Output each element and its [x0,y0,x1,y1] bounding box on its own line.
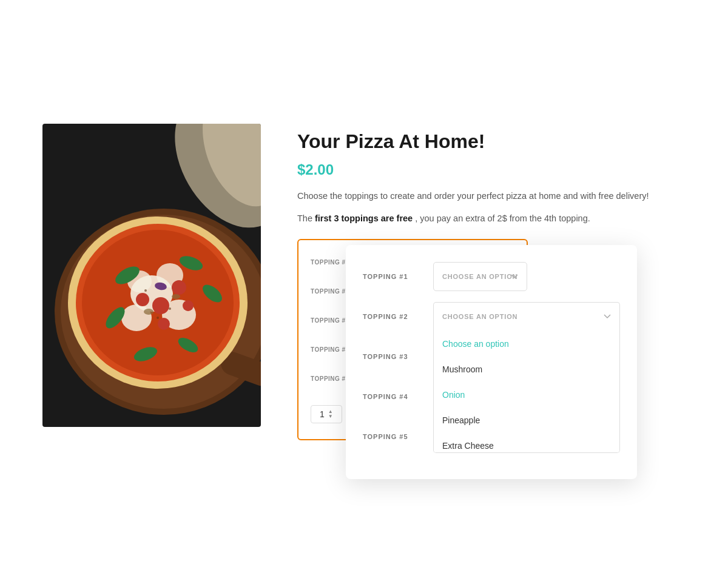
svg-point-20 [172,294,180,299]
note-plain: The [297,213,315,223]
product-layout: Your Pizza At Home! $2.00 Choose the top… [42,124,686,441]
product-price: $2.00 [297,161,686,178]
option-choose[interactable]: Choose an option [434,331,619,357]
qty-value-bg: 1 [320,409,325,419]
option-pineapple[interactable]: Pineapple [434,408,619,433]
topping-2-options-scroll: Choose an option Mushroom Onion Pineappl… [434,331,619,452]
svg-point-19 [144,309,153,315]
topping-label-2-fg: TOPPING #2 [363,313,423,320]
svg-point-14 [152,297,169,314]
topping-2-dropdown-wrapper: CHOOSE AN OPTION Choose an option Mushro… [433,302,620,331]
svg-point-15 [172,280,186,295]
option-mushroom[interactable]: Mushroom [434,357,619,382]
svg-point-16 [136,293,149,306]
option-extra-cheese[interactable]: Extra Cheese [434,433,619,452]
page-container: Your Pizza At Home! $2.00 Choose the top… [0,0,728,564]
topping-label-5-fg: TOPPING #5 [363,433,423,440]
svg-point-28 [144,289,147,292]
topping-label-3-fg: TOPPING #3 [363,353,423,360]
topping-row-1-fg: TOPPING #1 CHOOSE AN OPTION Mushroom Oni… [363,262,620,291]
topping-select-1-fg[interactable]: CHOOSE AN OPTION Mushroom Onion Pineappl… [433,262,527,291]
svg-point-18 [183,300,194,311]
toppings-card-foreground: TOPPING #1 CHOOSE AN OPTION Mushroom Oni… [346,245,637,479]
topping-2-selected-text: CHOOSE AN OPTION [442,313,517,320]
topping-2-dropdown-list: Choose an option Mushroom Onion Pineappl… [433,331,620,453]
option-onion[interactable]: Onion [434,382,619,408]
product-note: The first 3 toppings are free , you pay … [297,212,686,226]
topping-label-1-fg: TOPPING #1 [363,273,423,280]
qty-down-btn-bg[interactable]: ▼ [328,414,333,419]
topping-2-trigger[interactable]: CHOOSE AN OPTION [433,302,620,331]
svg-point-11 [121,304,152,331]
pizza-image [42,124,261,427]
svg-point-17 [158,318,170,330]
svg-point-29 [169,307,171,310]
product-description: Choose the toppings to create and order … [297,189,686,203]
product-title: Your Pizza At Home! [297,130,686,153]
svg-point-30 [157,317,159,319]
topping-label-4-fg: TOPPING #4 [363,393,423,400]
topping-1-wrapper: CHOOSE AN OPTION Mushroom Onion Pineappl… [433,262,620,291]
chevron-down-icon [604,313,611,320]
note-suffix: , you pay an extra of 2$ from the 4th to… [415,213,590,223]
note-bold: first 3 toppings are free [315,213,413,223]
product-info: Your Pizza At Home! $2.00 Choose the top… [297,124,686,441]
qty-btn-group-bg: ▲ ▼ [328,409,333,419]
topping-row-2-fg: TOPPING #2 CHOOSE AN OPTION Choose an op… [363,302,620,331]
qty-display-bg: 1 ▲ ▼ [311,405,342,423]
